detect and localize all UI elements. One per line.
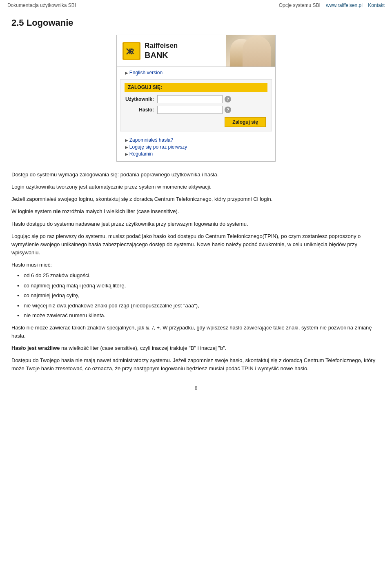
forgot-password-link[interactable]: Zapomniałeś hasła? [129, 137, 173, 143]
bank-header: R Raiffeisen BANK [117, 35, 275, 67]
bank-name: Raiffeisen BANK [145, 42, 178, 60]
section-title-text: Opcje systemu SBI [279, 2, 321, 8]
bullet-item-2: co najmniej jedną małą i jedną wielką li… [17, 282, 381, 290]
bullet-item-3: co najmniej jedną cyfrę, [17, 291, 381, 300]
forgot-password-row: Zapomniałeś hasła? [125, 137, 271, 143]
bullet-heading: Hasło musi mieć: [11, 261, 381, 269]
form-links-section: Zapomniałeś hasła? Loguję się po raz pie… [117, 135, 275, 161]
bank-logo-area: R Raiffeisen BANK [117, 35, 226, 67]
password-help-icon[interactable]: ? [225, 107, 231, 113]
bullet-item-5: nie może zawierać numeru klienta. [17, 311, 381, 320]
paragraph-1: Dostęp do systemu wymaga zalogowania się… [11, 171, 381, 179]
paragraph-9: Dostępu do Twojego hasła nie mają nawet … [11, 356, 381, 373]
login-widget: R Raiffeisen BANK English version [116, 35, 276, 162]
username-help-icon[interactable]: ? [225, 96, 231, 102]
paragraph-6: Logując się po raz pierwszy do systemu, … [11, 232, 381, 257]
p4-bold: nie [53, 208, 61, 214]
first-login-link[interactable]: Loguję się po raz pierwszy [129, 144, 187, 150]
paragraph-4: W loginie system nie rozróżnia małych i … [11, 207, 381, 216]
username-input[interactable] [157, 95, 223, 103]
password-input-wrap: ? [157, 106, 267, 114]
p4-suffix: rozróżnia małych i wielkich liter (case … [61, 208, 179, 214]
paragraph-5: Hasło dostępu do systemu nadawane jest p… [11, 220, 381, 228]
english-version-row: English version [117, 67, 275, 78]
first-login-row: Loguję się po raz pierwszy [125, 144, 271, 150]
paragraph-8: Hasło jest wrażliwe na wielkość liter (c… [11, 344, 381, 352]
bullet-list: od 6 do 25 znaków długości, co najmniej … [11, 271, 381, 320]
page-content: 2.5 Logowanie R Raiffeisen BANK [0, 10, 392, 406]
p8-bold: Hasło jest wrażliwe [11, 345, 60, 351]
page-number: 8 [11, 385, 381, 398]
bullet-item-4: nie więcej niż dwa jednakowe znaki pod r… [17, 302, 381, 310]
bank-name-bank: BANK [145, 50, 178, 60]
bullet-item-1: od 6 do 25 znaków długości, [17, 271, 381, 280]
english-version-link[interactable]: English version [129, 70, 163, 76]
username-input-wrap: ? [157, 95, 267, 103]
username-label: Użytkownik: [125, 96, 157, 102]
regulations-row: Regulamin [125, 151, 271, 157]
section-title-header: Opcje systemu SBI www.raiffeisen.pl Kont… [279, 2, 385, 8]
login-button[interactable]: Zaloguj się [225, 117, 266, 127]
p4-prefix: W loginie system [11, 208, 53, 214]
page-divider [11, 377, 381, 377]
p8-suffix: na wielkość liter (case sensitive), czyl… [60, 345, 227, 351]
login-form-title: ZALOGUJ SIĘ: [125, 83, 267, 92]
bullet-section: Hasło musi mieć: od 6 do 25 znaków długo… [11, 261, 381, 320]
doc-title: Dokumentacja użytkownika SBI [7, 2, 76, 8]
website-link[interactable]: www.raiffeisen.pl [326, 2, 363, 8]
username-row: Użytkownik: ? [125, 95, 267, 103]
password-input[interactable] [157, 106, 223, 114]
bank-logo-icon: R [122, 42, 140, 60]
body-text: Dostęp do systemu wymaga zalogowania się… [11, 171, 381, 373]
password-row: Hasło: ? [125, 106, 267, 114]
page-header: Dokumentacja użytkownika SBI Opcje syste… [0, 0, 392, 10]
paragraph-2: Login użytkownika tworzony jest automaty… [11, 183, 381, 191]
paragraph-3: Jeżeli zapomniałeś swojego loginu, skont… [11, 195, 381, 203]
login-form-area: ZALOGUJ SIĘ: Użytkownik: ? Hasło: ? Zalo… [120, 79, 272, 131]
bank-photo [226, 35, 275, 67]
regulations-link[interactable]: Regulamin [129, 151, 153, 157]
bank-name-raiffeisen: Raiffeisen [145, 42, 178, 50]
password-label: Hasło: [125, 107, 157, 113]
section-heading: 2.5 Logowanie [11, 18, 381, 28]
login-button-row: Zaloguj się [125, 117, 267, 127]
photo-figure-1 [243, 36, 271, 67]
paragraph-7: Hasło nie może zawierać takich znaków sp… [11, 324, 381, 340]
contact-link[interactable]: Kontakt [368, 2, 385, 8]
